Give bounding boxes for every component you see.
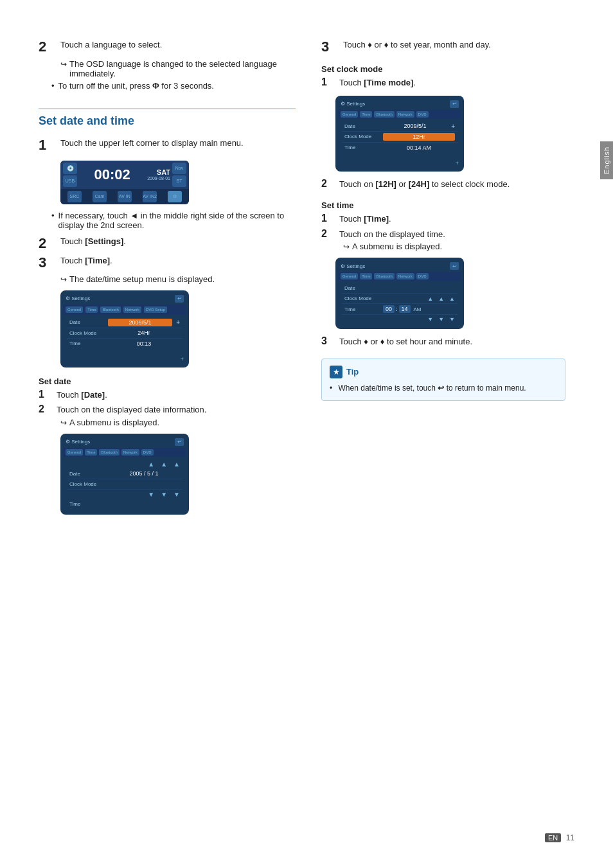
tip-box: ★ Tip • When date/time is set, touch ↩ t…	[321, 359, 565, 401]
clock-mode-value: 24Hr	[108, 330, 180, 336]
cnav-network: Network	[396, 111, 414, 118]
down-arrow-2[interactable]: ▼	[161, 491, 167, 498]
nav2-general: General	[66, 449, 83, 456]
menu-icon-bt: BT	[172, 175, 186, 187]
menu-icon-src: SRC	[67, 191, 82, 202]
screen-nav: General Time Bluetooth Network DVD Setup	[63, 305, 186, 315]
tdown-arrows: ▼ ▼ ▼	[342, 315, 458, 324]
time-step1-num: 1	[321, 213, 334, 224]
time-screen-nav: General Time Bluetooth Network DVD	[338, 272, 461, 281]
menu-icon-disc: 💿	[63, 163, 77, 174]
clock-screen-main: Date 2009/5/1 + Clock Mode 12Hr Time 00:…	[338, 119, 461, 155]
time-step2-text: Touch on the displayed time.	[339, 228, 445, 241]
intro-bullet-text: To turn off the unit, press Φ for 3 seco…	[58, 81, 214, 91]
page-num: 11	[566, 833, 574, 842]
settings-screen-1: ⚙ Settings ↩ General Time Bluetooth Netw…	[60, 290, 189, 368]
set-date-step1-num: 1	[39, 389, 51, 400]
nav-bluetooth: Bluetooth	[100, 306, 120, 313]
right-column: 3 Touch ♦ or ♦ to set year, month and da…	[315, 39, 565, 829]
up-arrows-row: ▲ ▲ ▲	[67, 459, 182, 469]
step1-text: Touch the upper left corner to display m…	[60, 137, 244, 150]
time-ampm: AM	[414, 306, 422, 312]
tdate-label: Date	[344, 285, 383, 291]
date-row: Date 2009/5/1 +	[67, 317, 182, 328]
cclock-value[interactable]: 12Hr	[383, 133, 455, 141]
menu-icon-settings[interactable]: ⚙	[168, 191, 182, 202]
set-clock-mode-label: Set clock mode	[321, 64, 565, 74]
screen2-main: ▲ ▲ ▲ Date 2005 / 5 / 1 Clock Mode ▼ ▼ ▼	[63, 457, 186, 512]
step3-text: Touch [Time].	[60, 254, 112, 267]
menu-bottom-row: SRC Cam AV IN AV IN2 ⚙	[60, 189, 189, 204]
intro-step2-num: 2	[39, 39, 54, 55]
up-arrow-3[interactable]: ▲	[173, 461, 180, 468]
tnav-general: General	[341, 273, 358, 279]
clock-mode-row: Clock Mode 24Hr	[67, 328, 182, 339]
clock-screen-bottom: +	[338, 155, 461, 169]
cclock-label: Clock Mode	[344, 134, 383, 139]
tnav-time: Time	[360, 273, 372, 279]
time-screen-back: ↩	[450, 262, 459, 270]
menu-icon-usb: USB	[63, 175, 77, 187]
clock-step2-num: 2	[321, 178, 334, 190]
step3-row: 3 Touch [Time].	[39, 254, 296, 271]
clock-row2: Clock Mode	[67, 479, 182, 490]
right-step3-text: Touch ♦ or ♦ to set year, month and day.	[343, 39, 491, 51]
bottom-plus: +	[181, 356, 184, 362]
tip-return-icon: ↩	[438, 384, 444, 393]
clock-mode-label: Clock Mode	[69, 330, 108, 336]
settings-screen-2: ⚙ Settings ↩ General Time Bluetooth Netw…	[60, 434, 189, 515]
clock-screen-nav: General Time Bluetooth Network DVD	[338, 110, 461, 119]
time-step1: 1 Touch [Time].	[321, 213, 565, 226]
tip-content: • When date/time is set, touch ↩ to retu…	[330, 382, 557, 394]
set-date-step2-num: 2	[39, 403, 51, 415]
time-label2: Time	[69, 501, 108, 507]
bullet-symbol: •	[51, 81, 55, 91]
date-value2: 2005 / 5 / 1	[108, 470, 180, 477]
screen2-topbar: ⚙ Settings ↩	[63, 436, 186, 448]
down-arrow-3[interactable]: ▼	[173, 491, 180, 498]
clock-step1-num: 1	[321, 76, 334, 88]
time-seg2[interactable]: 14	[399, 305, 411, 313]
step3-arrow-sym: ↪	[60, 275, 67, 284]
tnav-bluetooth: Bluetooth	[374, 273, 394, 279]
tdown-arrow-2[interactable]: ▼	[438, 316, 444, 323]
left-column: 2 Touch a language to select. ↪ The OSD …	[39, 39, 315, 829]
cdate-row: Date 2009/5/1 +	[342, 121, 458, 132]
tnav-network: Network	[396, 273, 414, 279]
nav-time: Time	[85, 306, 98, 313]
date-plus: +	[172, 319, 180, 326]
tclock-up3[interactable]: ▲	[449, 296, 455, 302]
clock-step2-text: Touch on [12H] or [24H] to select clock …	[339, 178, 510, 191]
step2-row: 2 Touch [Settings].	[39, 235, 296, 252]
time-step3-text: Touch ♦ or ♦ to set hour and minute.	[339, 335, 472, 348]
nav-general: General	[66, 306, 83, 313]
menu-icon-av-in2: AV IN2	[143, 191, 157, 202]
menu-date-label: 2009-08-01	[147, 176, 170, 181]
tclock-label: Clock Mode	[344, 296, 383, 301]
tdown-arrow-3[interactable]: ▼	[449, 316, 455, 323]
tclock-up2[interactable]: ▲	[438, 296, 444, 302]
clock-step1-text: Touch [Time mode].	[339, 76, 416, 89]
screen2-back: ↩	[175, 438, 184, 446]
up-arrow-1[interactable]: ▲	[148, 461, 154, 468]
up-arrow-2[interactable]: ▲	[161, 461, 167, 468]
tdown-arrow-1[interactable]: ▼	[427, 316, 433, 323]
date-label: Date	[69, 319, 108, 325]
set-date-arrow: ↪ A submenu is displayed.	[60, 418, 296, 427]
clock-step1: 1 Touch [Time mode].	[321, 76, 565, 89]
screen2-label: ⚙ Settings	[66, 439, 90, 445]
intro-bullet: • To turn off the unit, press Φ for 3 se…	[51, 81, 296, 91]
nav2-network: Network	[121, 449, 139, 456]
time-seg1[interactable]: 00	[383, 305, 395, 313]
menu-sat-label: SAT	[147, 168, 170, 176]
down-arrow-1[interactable]: ▼	[148, 491, 154, 498]
time-screen-main: Date Clock Mode ▲ ▲ ▲ Time 00 : 14 AM	[338, 281, 461, 326]
tclock-up[interactable]: ▲	[427, 296, 433, 302]
time-step2-arrow: ↪ A submenu is displayed.	[343, 242, 565, 251]
set-date-step1: 1 Touch [Date].	[39, 389, 296, 402]
screen-bottom: +	[63, 351, 186, 365]
date-row2: Date 2005 / 5 / 1	[67, 469, 182, 479]
step1-row: 1 Touch the upper left corner to display…	[39, 137, 296, 154]
time-colon: :	[396, 306, 398, 312]
date-value[interactable]: 2009/5/1	[108, 319, 172, 326]
